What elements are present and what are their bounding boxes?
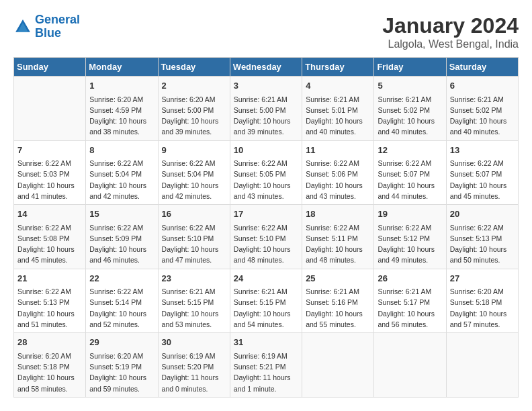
calendar-cell: 26Sunrise: 6:21 AM Sunset: 5:17 PM Dayli… — [374, 269, 446, 333]
day-info: Sunrise: 6:22 AM Sunset: 5:07 PM Dayligh… — [378, 158, 442, 201]
day-info: Sunrise: 6:21 AM Sunset: 5:00 PM Dayligh… — [234, 94, 298, 138]
calendar-cell — [374, 333, 446, 398]
day-info: Sunrise: 6:21 AM Sunset: 5:16 PM Dayligh… — [306, 286, 370, 330]
calendar-cell: 25Sunrise: 6:21 AM Sunset: 5:16 PM Dayli… — [302, 269, 374, 333]
calendar-cell: 14Sunrise: 6:22 AM Sunset: 5:08 PM Dayli… — [14, 205, 86, 269]
calendar-cell: 27Sunrise: 6:20 AM Sunset: 5:18 PM Dayli… — [446, 269, 518, 333]
calendar-cell: 4Sunrise: 6:21 AM Sunset: 5:01 PM Daylig… — [302, 77, 374, 141]
day-info: Sunrise: 6:22 AM Sunset: 5:11 PM Dayligh… — [306, 222, 370, 266]
calendar-week-1: 1Sunrise: 6:20 AM Sunset: 4:59 PM Daylig… — [14, 77, 519, 141]
day-number: 17 — [234, 208, 298, 221]
header-cell-tuesday: Tuesday — [158, 58, 230, 77]
day-number: 21 — [17, 272, 82, 285]
day-number: 6 — [450, 79, 515, 93]
day-number: 14 — [17, 208, 82, 221]
calendar-cell: 3Sunrise: 6:21 AM Sunset: 5:00 PM Daylig… — [230, 77, 302, 141]
calendar-cell: 19Sunrise: 6:22 AM Sunset: 5:12 PM Dayli… — [374, 205, 446, 269]
day-number: 10 — [234, 144, 298, 157]
calendar-cell: 10Sunrise: 6:22 AM Sunset: 5:05 PM Dayli… — [230, 140, 302, 205]
day-info: Sunrise: 6:21 AM Sunset: 5:02 PM Dayligh… — [378, 94, 442, 138]
day-number: 8 — [89, 144, 154, 157]
day-info: Sunrise: 6:21 AM Sunset: 5:02 PM Dayligh… — [450, 94, 515, 138]
day-number: 24 — [234, 272, 298, 285]
day-info: Sunrise: 6:22 AM Sunset: 5:09 PM Dayligh… — [89, 222, 154, 266]
calendar-cell: 1Sunrise: 6:20 AM Sunset: 4:59 PM Daylig… — [86, 77, 158, 141]
calendar-cell: 24Sunrise: 6:21 AM Sunset: 5:15 PM Dayli… — [230, 269, 302, 333]
header-cell-saturday: Saturday — [446, 58, 518, 77]
calendar-cell — [446, 333, 518, 398]
calendar-cell: 5Sunrise: 6:21 AM Sunset: 5:02 PM Daylig… — [374, 77, 446, 141]
logo-icon — [13, 17, 32, 36]
day-number: 4 — [306, 79, 370, 93]
title-block: January 2024 Lalgola, West Bengal, India — [382, 13, 519, 50]
day-number: 23 — [162, 272, 226, 285]
day-number: 20 — [450, 208, 515, 221]
calendar-cell: 12Sunrise: 6:22 AM Sunset: 5:07 PM Dayli… — [374, 140, 446, 205]
calendar-cell — [302, 333, 374, 398]
calendar-week-5: 28Sunrise: 6:20 AM Sunset: 5:18 PM Dayli… — [14, 333, 519, 398]
day-info: Sunrise: 6:22 AM Sunset: 5:12 PM Dayligh… — [378, 222, 442, 266]
calendar-table: SundayMondayTuesdayWednesdayThursdayFrid… — [13, 57, 519, 398]
day-number: 15 — [89, 208, 154, 221]
calendar-cell: 16Sunrise: 6:22 AM Sunset: 5:10 PM Dayli… — [158, 205, 230, 269]
day-info: Sunrise: 6:22 AM Sunset: 5:13 PM Dayligh… — [17, 286, 82, 330]
calendar-cell: 6Sunrise: 6:21 AM Sunset: 5:02 PM Daylig… — [446, 77, 518, 141]
day-number: 31 — [234, 336, 298, 349]
calendar-cell: 28Sunrise: 6:20 AM Sunset: 5:18 PM Dayli… — [14, 333, 86, 398]
header-row: SundayMondayTuesdayWednesdayThursdayFrid… — [14, 58, 519, 77]
calendar-cell: 15Sunrise: 6:22 AM Sunset: 5:09 PM Dayli… — [86, 205, 158, 269]
calendar-body: 1Sunrise: 6:20 AM Sunset: 4:59 PM Daylig… — [14, 77, 519, 398]
page-header: General Blue January 2024 Lalgola, West … — [13, 13, 519, 50]
calendar-cell: 13Sunrise: 6:22 AM Sunset: 5:07 PM Dayli… — [446, 140, 518, 205]
day-info: Sunrise: 6:20 AM Sunset: 5:18 PM Dayligh… — [450, 286, 515, 330]
header-cell-monday: Monday — [86, 58, 158, 77]
calendar-cell: 18Sunrise: 6:22 AM Sunset: 5:11 PM Dayli… — [302, 205, 374, 269]
day-number: 26 — [378, 272, 442, 285]
day-number: 30 — [162, 336, 226, 349]
calendar-cell: 9Sunrise: 6:22 AM Sunset: 5:04 PM Daylig… — [158, 140, 230, 205]
day-number: 28 — [17, 336, 82, 349]
calendar-header: SundayMondayTuesdayWednesdayThursdayFrid… — [14, 58, 519, 77]
calendar-subtitle: Lalgola, West Bengal, India — [382, 38, 519, 50]
calendar-cell — [14, 77, 86, 141]
calendar-week-3: 14Sunrise: 6:22 AM Sunset: 5:08 PM Dayli… — [14, 205, 519, 269]
day-info: Sunrise: 6:22 AM Sunset: 5:03 PM Dayligh… — [17, 158, 82, 201]
calendar-cell: 30Sunrise: 6:19 AM Sunset: 5:20 PM Dayli… — [158, 333, 230, 398]
day-number: 25 — [306, 272, 370, 285]
calendar-cell: 31Sunrise: 6:19 AM Sunset: 5:21 PM Dayli… — [230, 333, 302, 398]
day-info: Sunrise: 6:22 AM Sunset: 5:13 PM Dayligh… — [450, 222, 515, 266]
day-info: Sunrise: 6:22 AM Sunset: 5:04 PM Dayligh… — [89, 158, 154, 201]
day-info: Sunrise: 6:22 AM Sunset: 5:04 PM Dayligh… — [162, 158, 226, 201]
logo-text: General Blue — [35, 13, 80, 40]
calendar-cell: 8Sunrise: 6:22 AM Sunset: 5:04 PM Daylig… — [86, 140, 158, 205]
day-info: Sunrise: 6:21 AM Sunset: 5:15 PM Dayligh… — [162, 286, 226, 330]
day-number: 29 — [89, 336, 154, 349]
day-number: 16 — [162, 208, 226, 221]
logo-blue: Blue — [35, 27, 80, 40]
calendar-cell: 21Sunrise: 6:22 AM Sunset: 5:13 PM Dayli… — [14, 269, 86, 333]
day-number: 22 — [89, 272, 154, 285]
day-info: Sunrise: 6:21 AM Sunset: 5:15 PM Dayligh… — [234, 286, 298, 330]
day-info: Sunrise: 6:20 AM Sunset: 4:59 PM Dayligh… — [89, 94, 154, 138]
day-info: Sunrise: 6:22 AM Sunset: 5:10 PM Dayligh… — [234, 222, 298, 266]
day-info: Sunrise: 6:22 AM Sunset: 5:05 PM Dayligh… — [234, 158, 298, 201]
calendar-cell: 7Sunrise: 6:22 AM Sunset: 5:03 PM Daylig… — [14, 140, 86, 205]
day-number: 11 — [306, 144, 370, 157]
header-cell-thursday: Thursday — [302, 58, 374, 77]
day-info: Sunrise: 6:22 AM Sunset: 5:06 PM Dayligh… — [306, 158, 370, 201]
day-info: Sunrise: 6:21 AM Sunset: 5:01 PM Dayligh… — [306, 94, 370, 138]
day-number: 27 — [450, 272, 515, 285]
day-number: 13 — [450, 144, 515, 157]
day-number: 19 — [378, 208, 442, 221]
day-info: Sunrise: 6:22 AM Sunset: 5:08 PM Dayligh… — [17, 222, 82, 266]
day-number: 7 — [17, 144, 82, 157]
day-info: Sunrise: 6:19 AM Sunset: 5:21 PM Dayligh… — [234, 351, 298, 394]
calendar-cell: 17Sunrise: 6:22 AM Sunset: 5:10 PM Dayli… — [230, 205, 302, 269]
calendar-week-4: 21Sunrise: 6:22 AM Sunset: 5:13 PM Dayli… — [14, 269, 519, 333]
calendar-title: January 2024 — [382, 13, 519, 38]
logo-general: General — [35, 13, 80, 26]
day-number: 1 — [89, 79, 154, 93]
logo: General Blue — [13, 13, 80, 40]
calendar-week-2: 7Sunrise: 6:22 AM Sunset: 5:03 PM Daylig… — [14, 140, 519, 205]
day-number: 12 — [378, 144, 442, 157]
